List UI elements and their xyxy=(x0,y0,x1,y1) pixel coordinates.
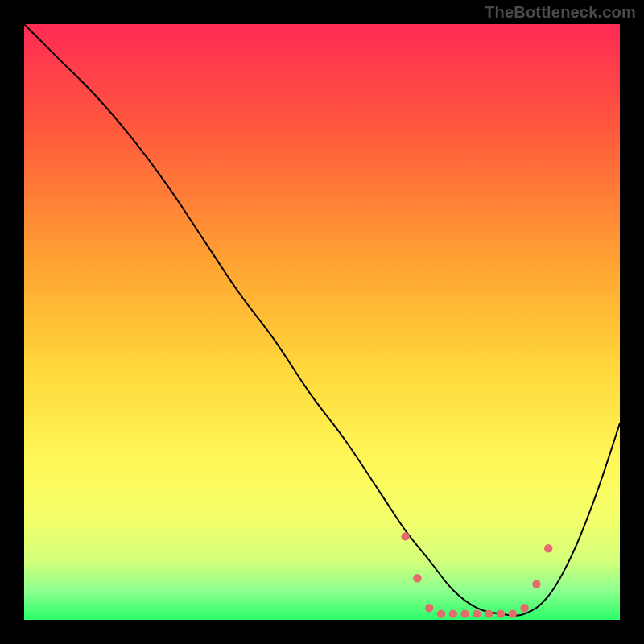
marker-dot xyxy=(544,544,552,552)
marker-dot xyxy=(509,609,517,617)
marker-dot xyxy=(532,580,540,588)
plot-border xyxy=(19,19,625,625)
chart-svg xyxy=(24,24,620,620)
marker-dot xyxy=(425,604,433,612)
marker-dot xyxy=(520,604,528,612)
marker-dot xyxy=(460,609,469,617)
marker-dot xyxy=(401,532,409,540)
marker-dot xyxy=(437,609,445,617)
marker-dot xyxy=(449,609,457,617)
plot-area xyxy=(24,24,620,620)
marker-dot xyxy=(485,609,493,617)
marker-dot xyxy=(413,574,421,582)
gradient-background xyxy=(24,24,620,620)
watermark-label: TheBottleneck.com xyxy=(485,3,636,22)
chart-frame: TheBottleneck.com xyxy=(0,0,644,644)
marker-dot xyxy=(497,609,505,617)
marker-dot xyxy=(473,609,481,617)
